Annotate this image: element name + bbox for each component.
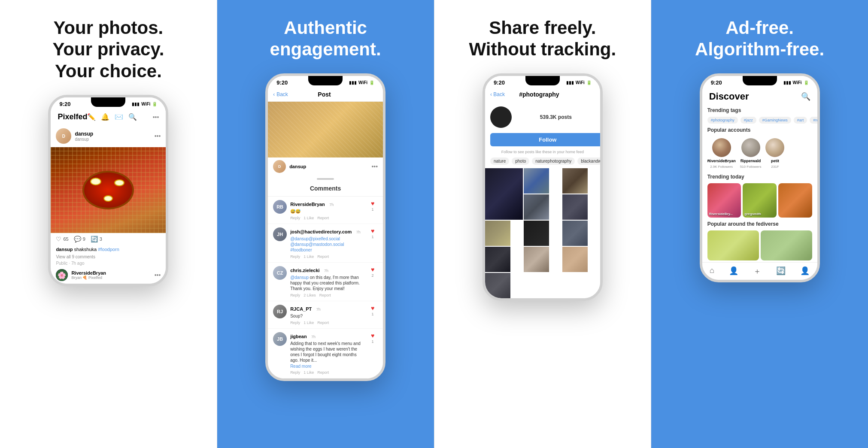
account-card-1[interactable]: RiversideBryan 2.9K Followers [707, 138, 736, 169]
follow-button[interactable]: Follow [490, 133, 600, 146]
phone-mockup-2: 9:20 ▮▮▮ WiFi 🔋 ‹ Back Post [265, 73, 385, 381]
pill-nature[interactable]: nature [490, 157, 509, 165]
edit-icon[interactable]: ✏️ [87, 113, 96, 121]
poster-more-icon[interactable]: ••• [371, 163, 378, 170]
scroll-handle [317, 178, 334, 180]
report-link-2[interactable]: Report [317, 254, 329, 259]
grid-cell-5[interactable] [562, 194, 588, 220]
pill-naturephotography[interactable]: naturephotography [532, 157, 575, 165]
post-preview-image [268, 102, 383, 157]
reply-link-1[interactable]: Reply [290, 216, 300, 220]
post-username: dansup [75, 131, 151, 137]
post-image [51, 147, 166, 233]
account-card-3[interactable]: petit 231F [765, 138, 784, 169]
battery-icon-3: 🔋 [586, 80, 592, 85]
grid-cell-2[interactable] [524, 168, 549, 194]
trending-cell-1[interactable]: RiversideBry... [707, 183, 741, 218]
trending-cell-3[interactable] [778, 183, 812, 218]
repost-action[interactable]: 🔄 3 [91, 236, 102, 242]
account-followers-3: 231F [771, 165, 779, 169]
like-link-3[interactable]: 2 Likes [303, 293, 316, 297]
panel-tracking: Share freely.Without tracking. 9:20 ▮▮▮ … [434, 0, 651, 448]
comment-text-2: @dansup@pixelfed.social @dansup@mastodon… [290, 236, 364, 253]
nav-add[interactable]: ＋ [753, 266, 761, 276]
back-label: Back [276, 91, 288, 97]
signal-icon-4: ▮▮▮ [783, 80, 791, 85]
tag-jazz[interactable]: #jazz [741, 117, 756, 124]
search-icon[interactable]: 🔍 [128, 113, 137, 121]
account-card-2[interactable]: flipperwald 510 Followers [740, 138, 762, 169]
read-more-link[interactable]: Read more [290, 364, 364, 369]
feed-action-icons: ✏️ 🔔 ✉️ 🔍 [87, 113, 137, 121]
pill-photo[interactable]: photo [512, 157, 529, 165]
pizza-bg [268, 102, 383, 157]
nav-people[interactable]: 👤 [729, 266, 738, 276]
tag-gamingnews[interactable]: #GamingNews [759, 117, 791, 124]
grid-cell-4[interactable] [524, 194, 549, 220]
panel-privacy: Your photos.Your privacy.Your choice. 9:… [0, 0, 217, 448]
more-icon[interactable]: ••• [153, 114, 159, 121]
tag-redi[interactable]: #redi [810, 117, 817, 124]
reply-link-4[interactable]: Reply [290, 321, 300, 325]
post-more-icon[interactable]: ••• [155, 133, 161, 139]
phone-inner-1: 9:20 ▮▮▮ WiFi 🔋 Pixelfed ✏️ 🔔 ✉️ 🔍 [51, 97, 166, 284]
fediverse-cell-1[interactable] [707, 230, 759, 260]
comment-user-3: chris.zielecki [290, 268, 320, 273]
account-name-1: RiversideBryan [707, 159, 736, 163]
discover-search-icon[interactable]: 🔍 [801, 92, 810, 101]
fediverse-cell-2[interactable] [761, 230, 812, 260]
grid-cell-12[interactable] [485, 273, 510, 298]
like-link-2[interactable]: 1 Like [303, 254, 314, 259]
grid-cell-8[interactable] [562, 221, 588, 246]
trending-tags-label: Trending tags [702, 106, 817, 115]
comment-text-3: @dansup on this day, I'm more than happy… [290, 275, 364, 291]
like-link-1[interactable]: 1 Like [303, 216, 314, 220]
grid-cell-11[interactable] [562, 247, 588, 272]
report-link-3[interactable]: Report [319, 293, 331, 297]
mention-1: @dansup@pixelfed.social [290, 236, 340, 241]
message-icon[interactable]: ✉️ [115, 113, 123, 121]
grid-cell-3[interactable] [562, 168, 588, 194]
tag-art[interactable]: #art [794, 117, 807, 124]
nav-discover[interactable]: 🔄 [776, 266, 786, 276]
like-link-5[interactable]: 1 Like [303, 370, 314, 375]
tag-page-title: #photography [505, 91, 574, 98]
tag-back-button[interactable]: ‹ Back [490, 91, 505, 97]
comment-heart-2[interactable]: ♥ 1 [367, 227, 378, 259]
like-link-4[interactable]: 1 Like [303, 321, 314, 325]
grid-cell-10[interactable] [524, 247, 549, 272]
phone-mockup-1: 9:20 ▮▮▮ WiFi 🔋 Pixelfed ✏️ 🔔 ✉️ 🔍 [48, 95, 168, 286]
reply-link-3[interactable]: Reply [290, 293, 300, 297]
post-actions: ♡ 65 💬 9 🔄 3 [51, 233, 166, 245]
grid-cell-1[interactable] [485, 168, 523, 220]
comment-heart-3[interactable]: ♥ 2 [367, 266, 378, 297]
nav-home[interactable]: ⌂ [710, 266, 714, 276]
comment-heart-1[interactable]: ♥ 1 [367, 200, 378, 220]
comment-heart-5[interactable]: ♥ 1 [367, 332, 378, 375]
comment-heart-4[interactable]: ♥ 1 [367, 305, 378, 325]
pill-blackandwhite[interactable]: blackandwhite [577, 157, 600, 165]
view-comments-link[interactable]: View all 9 comments [51, 254, 166, 260]
bell-icon[interactable]: 🔔 [101, 113, 109, 121]
reply-link-5[interactable]: Reply [290, 370, 300, 375]
comment-content-3: chris.zielecki 7h @dansup on this day, I… [290, 266, 364, 297]
post-header: D dansup dansup ••• [51, 125, 166, 147]
phone-inner-3: 9:20 ▮▮▮ WiFi 🔋 ‹ Back #photography [485, 76, 600, 298]
nav-profile[interactable]: 👤 [800, 266, 810, 276]
trending-cell-2[interactable]: gregsmith [743, 183, 777, 218]
report-link-5[interactable]: Report [317, 370, 329, 375]
comment-action[interactable]: 💬 9 [74, 236, 85, 242]
back-button[interactable]: ‹ Back [273, 91, 288, 97]
comment-text-1: 😅😅 [290, 209, 364, 214]
reply-link-2[interactable]: Reply [290, 254, 300, 259]
like-action[interactable]: ♡ 65 [56, 236, 68, 242]
grid-cell-7[interactable] [524, 221, 549, 246]
report-link-4[interactable]: Report [317, 321, 329, 325]
commenter-more-icon[interactable]: ••• [155, 272, 161, 278]
report-link-1[interactable]: Report [317, 216, 329, 220]
grid-cell-9[interactable] [485, 247, 510, 272]
grid-cell-6[interactable] [485, 221, 510, 246]
tag-photography[interactable]: #photography [707, 117, 738, 124]
comment-text-5: Adding that to next week's menu and wish… [290, 341, 364, 363]
post-visibility-text: Public · [56, 261, 71, 266]
